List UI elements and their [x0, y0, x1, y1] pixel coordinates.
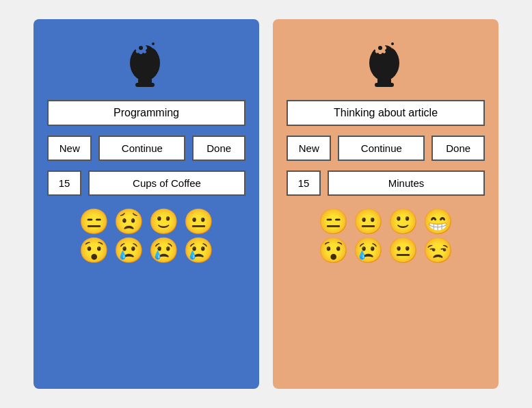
svg-rect-23	[375, 83, 394, 87]
svg-rect-27	[379, 51, 382, 54]
card1-btn-continue[interactable]: Continue	[98, 136, 185, 161]
svg-rect-16	[152, 40, 155, 42]
svg-rect-38	[392, 46, 394, 49]
card2-info-row: 15 Minutes	[287, 170, 485, 196]
svg-rect-8	[135, 47, 138, 49]
card2-btn-done[interactable]: Done	[431, 136, 485, 161]
emoji-1-7[interactable]: 😢	[148, 238, 179, 263]
card1-title: Programming	[47, 100, 245, 126]
svg-rect-2	[135, 83, 155, 87]
card2-btn-continue[interactable]: Continue	[338, 136, 425, 161]
svg-point-13	[139, 46, 143, 50]
card1-info-row: 15 Cups of Coffee	[47, 170, 245, 196]
card1-btn-done[interactable]: Done	[192, 136, 245, 161]
card2-btn-new[interactable]: New	[287, 136, 331, 161]
emoji-1-5[interactable]: 😯	[79, 238, 109, 263]
svg-rect-39	[395, 43, 397, 45]
card2-title: Thinking about article	[287, 100, 485, 126]
svg-rect-29	[374, 47, 377, 49]
card2-info-num: 15	[287, 170, 321, 196]
emoji-2-5[interactable]: 😯	[318, 238, 349, 263]
emoji-2-8[interactable]: 😒	[423, 238, 453, 263]
card-programming: Programming New Continue Done 15 Cups of…	[34, 19, 259, 389]
svg-rect-19	[149, 43, 152, 45]
card1-emoji-grid: 😑 😟 🙂 😐 😯 😢 😢 😢	[79, 209, 214, 263]
head-icon-1	[119, 33, 174, 90]
card2-info-label: Minutes	[328, 170, 485, 196]
svg-rect-7	[144, 47, 147, 49]
svg-rect-40	[388, 43, 391, 45]
card1-btn-new[interactable]: New	[47, 136, 92, 161]
svg-point-20	[152, 42, 155, 45]
emoji-1-3[interactable]: 🙂	[148, 209, 179, 234]
card-article: Thinking about article New Continue Done…	[273, 19, 498, 389]
svg-point-34	[378, 46, 382, 50]
emoji-2-1[interactable]: 😑	[318, 209, 349, 234]
emoji-2-7[interactable]: 😐	[388, 238, 418, 263]
emoji-1-2[interactable]: 😟	[114, 209, 144, 234]
emoji-2-2[interactable]: 😐	[353, 209, 384, 234]
svg-rect-28	[383, 47, 386, 49]
emoji-1-6[interactable]: 😢	[114, 238, 144, 263]
svg-rect-17	[152, 46, 155, 49]
emoji-1-8[interactable]: 😢	[183, 238, 214, 263]
card2-emoji-grid: 😑 😐 🙂 😁 😯 😢 😐 😒	[318, 209, 453, 263]
emoji-2-4[interactable]: 😁	[423, 209, 453, 234]
svg-rect-37	[392, 40, 394, 42]
emoji-1-4[interactable]: 😐	[183, 209, 214, 234]
card2-buttons: New Continue Done	[287, 136, 485, 161]
svg-rect-18	[155, 43, 158, 45]
svg-point-41	[391, 42, 394, 45]
card1-info-label: Cups of Coffee	[88, 170, 245, 196]
emoji-2-3[interactable]: 🙂	[388, 209, 418, 234]
head-icon-2	[358, 33, 413, 90]
svg-rect-6	[139, 51, 142, 54]
emoji-2-6[interactable]: 😢	[353, 238, 384, 263]
card1-buttons: New Continue Done	[47, 136, 245, 161]
emoji-1-1[interactable]: 😑	[79, 209, 109, 234]
card1-info-num: 15	[47, 170, 81, 196]
